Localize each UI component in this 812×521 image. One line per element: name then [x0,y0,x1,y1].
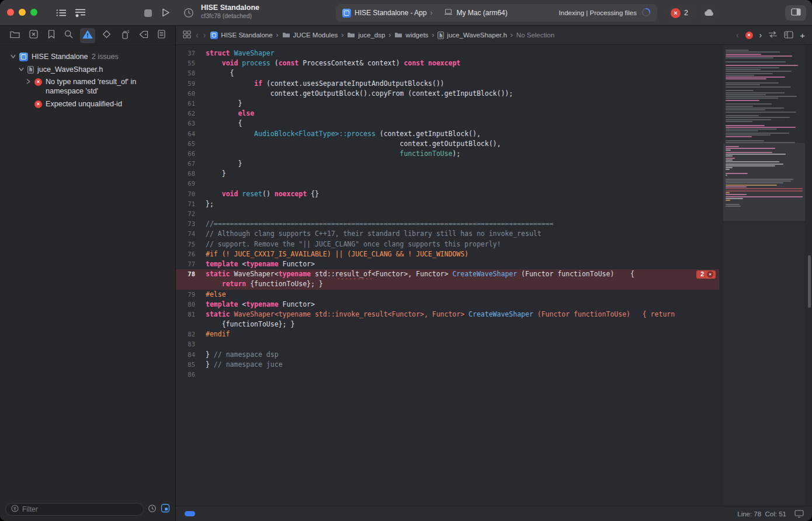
project-navigator-button[interactable] [8,29,22,43]
tabs-overview-icon[interactable] [75,8,86,20]
tests-navigator-button[interactable] [100,28,113,43]
line-number[interactable]: 83 [176,339,203,349]
code-line[interactable]: 81static WaveShaper<typename std::invoke… [176,310,719,319]
minimize-window-button[interactable] [19,9,26,16]
code-line[interactable]: 86 [176,370,719,380]
disclosure-icon[interactable] [25,79,31,84]
line-number[interactable]: 70 [176,189,203,199]
line-number[interactable]: 71 [176,199,203,209]
line-number[interactable]: 63 [176,119,203,128]
disclosure-icon[interactable] [18,67,24,72]
line-number[interactable]: 58 [176,68,203,78]
line-number[interactable]: 86 [176,370,203,380]
tree-row-project[interactable]: HISE Standalone2 issues [0,51,175,64]
code-line[interactable]: {functionToUse}; } [176,319,719,329]
breadcrumb-item[interactable]: hjuce_WaveShaper.h [438,31,507,39]
display-icon[interactable] [794,510,804,518]
source-editor[interactable]: 37struct WaveShaper55 void process (cons… [176,45,812,506]
editor-options-icon[interactable] [784,31,793,40]
code-line[interactable]: 59 if (context.usesSeparateInputAndOutpu… [176,79,719,89]
find-navigator-button[interactable] [62,28,75,43]
stop-button[interactable] [144,9,152,17]
line-number[interactable]: 74 [176,229,203,239]
destination-app[interactable]: HISE Standalone - App [355,9,426,17]
line-number[interactable]: 60 [176,89,203,99]
line-number[interactable]: 69 [176,179,203,189]
code-line[interactable]: 60 context.getOutputBlock().copyFrom (co… [176,89,719,99]
recent-issues-button[interactable] [148,504,157,515]
breakpoints-navigator-button[interactable] [137,29,151,43]
code-line[interactable]: 64 AudioBlock<FloatType>::process (conte… [176,129,719,139]
issues-navigator-button[interactable] [80,28,95,43]
forward-button[interactable]: › [203,31,206,39]
line-number[interactable]: 61 [176,99,203,109]
code-line[interactable]: 73//====================================… [176,219,719,229]
code-line[interactable]: 74// Although clang supports C++17, thei… [176,229,719,239]
code-line[interactable]: 76#if (! JUCE_CXX17_IS_AVAILABLE) || (JU… [176,249,719,259]
breadcrumb-item[interactable]: juce_dsp [347,32,385,39]
code-line[interactable]: 67 } [176,159,719,169]
line-number[interactable]: 59 [176,79,203,89]
inspector-toggle-button[interactable] [785,5,806,20]
breadcrumb-item[interactable]: JUCE Modules [282,32,338,39]
run-button[interactable] [162,8,169,20]
errors-only-toggle[interactable] [161,503,170,515]
issue-error-icon[interactable]: × [745,32,753,39]
code-line[interactable]: 77template <typename Functor> [176,259,719,269]
minimap-viewport[interactable] [723,143,805,221]
code-line[interactable]: 58 { [176,68,719,78]
code-line[interactable]: 85} // namespace juce [176,360,719,370]
code-line[interactable]: 78static WaveShaper<typename std::result… [176,269,719,279]
line-number[interactable]: 81 [176,310,203,319]
code-line[interactable]: 62 else [176,109,719,119]
code-line[interactable]: 37struct WaveShaper [176,48,719,58]
line-number[interactable]: 85 [176,360,203,370]
line-number[interactable]: 37 [176,48,203,58]
disclosure-icon[interactable] [10,54,16,59]
code-line[interactable]: 84} // namespace dsp [176,350,719,360]
filter-input[interactable] [22,505,138,513]
line-number[interactable]: 72 [176,209,203,219]
code-line[interactable]: 70 void reset() noexcept {} [176,189,719,199]
line-number[interactable]: 66 [176,149,203,159]
code-line[interactable]: 55 void process (const ProcessContext& c… [176,58,719,68]
close-window-button[interactable] [7,9,14,16]
breadcrumb-item[interactable]: No Selection [516,32,554,39]
add-editor-button[interactable]: + [800,31,805,40]
destination-pill[interactable]: HISE Standalone - App › My Mac (arm64) I… [336,4,657,22]
line-number[interactable]: 73 [176,219,203,229]
bookmarks-navigator-button[interactable] [46,28,57,43]
code-line[interactable]: 79#else [176,290,719,300]
code-line[interactable]: 72 [176,209,719,219]
line-number[interactable]: 80 [176,300,203,310]
code-line[interactable]: 80template <typename Functor> [176,300,719,310]
code-line[interactable]: 61 } [176,99,719,109]
tree-row-file[interactable]: hjuce_WaveShaper.h [0,64,175,77]
cloud-button[interactable] [700,4,718,22]
code-line[interactable]: 63 { [176,119,719,128]
debug-navigator-button[interactable] [119,28,132,43]
tree-row-issue[interactable]: ×Expected unqualified-id [0,98,175,111]
line-number[interactable]: 65 [176,139,203,149]
line-number[interactable]: 84 [176,350,203,360]
line-number[interactable]: 55 [176,58,203,68]
line-number[interactable] [176,319,203,329]
vertical-scrollbar[interactable] [808,255,811,308]
line-number[interactable]: 75 [176,239,203,249]
line-number[interactable]: 79 [176,290,203,300]
window-list-icon[interactable] [56,9,67,19]
line-number[interactable]: 68 [176,169,203,179]
next-issue-button[interactable]: › [759,31,762,39]
line-number[interactable]: 62 [176,109,203,119]
code-line[interactable]: 82#endif [176,329,719,339]
line-number[interactable]: 82 [176,329,203,339]
line-number[interactable]: 76 [176,249,203,259]
reports-navigator-button[interactable] [155,28,168,43]
error-count-pill[interactable]: × 2 [667,4,696,22]
code-line[interactable]: 75// support. Remove the "|| JUCE_CLANG"… [176,239,719,249]
code-line[interactable]: return {functionToUse}; } [176,279,719,289]
line-number[interactable]: 77 [176,259,203,269]
line-number[interactable]: 64 [176,129,203,139]
destination-device[interactable]: My Mac (arm64) [456,9,507,17]
swap-editors-icon[interactable] [768,31,778,39]
